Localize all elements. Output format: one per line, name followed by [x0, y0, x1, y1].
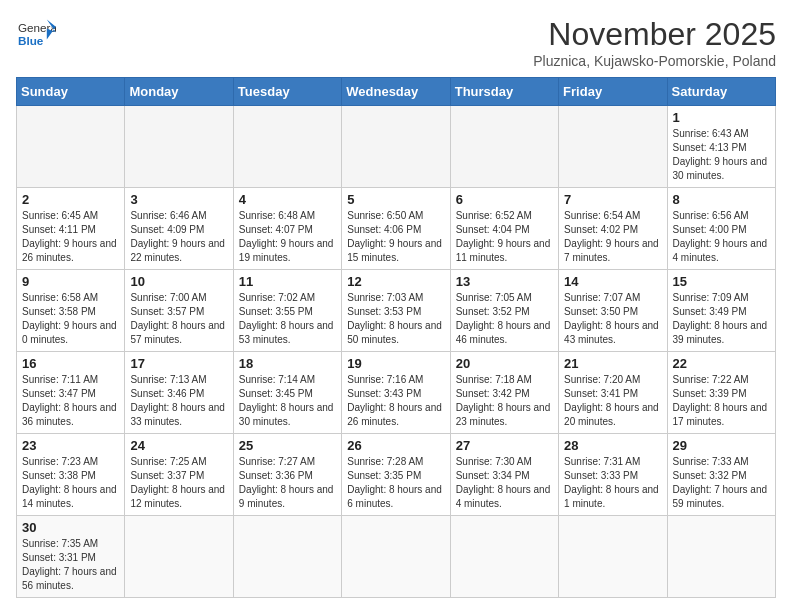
empty-cell	[125, 106, 233, 188]
header-tuesday: Tuesday	[233, 78, 341, 106]
day-14: 14 Sunrise: 7:07 AMSunset: 3:50 PMDaylig…	[559, 270, 667, 352]
day-1: 1 Sunrise: 6:43 AMSunset: 4:13 PMDayligh…	[667, 106, 775, 188]
day-2: 2 Sunrise: 6:45 AMSunset: 4:11 PMDayligh…	[17, 188, 125, 270]
day-27: 27 Sunrise: 7:30 AMSunset: 3:34 PMDaylig…	[450, 434, 558, 516]
day-16: 16 Sunrise: 7:11 AMSunset: 3:47 PMDaylig…	[17, 352, 125, 434]
calendar-row-3: 9 Sunrise: 6:58 AMSunset: 3:58 PMDayligh…	[17, 270, 776, 352]
calendar-row-4: 16 Sunrise: 7:11 AMSunset: 3:47 PMDaylig…	[17, 352, 776, 434]
day-4: 4 Sunrise: 6:48 AMSunset: 4:07 PMDayligh…	[233, 188, 341, 270]
title-area: November 2025 Pluznica, Kujawsko-Pomorsk…	[533, 16, 776, 69]
day-30: 30 Sunrise: 7:35 AMSunset: 3:31 PMDaylig…	[17, 516, 125, 598]
weekday-header-row: Sunday Monday Tuesday Wednesday Thursday…	[17, 78, 776, 106]
empty-cell	[559, 516, 667, 598]
day-20: 20 Sunrise: 7:18 AMSunset: 3:42 PMDaylig…	[450, 352, 558, 434]
day-19: 19 Sunrise: 7:16 AMSunset: 3:43 PMDaylig…	[342, 352, 450, 434]
empty-cell	[233, 516, 341, 598]
empty-cell	[450, 106, 558, 188]
day-12: 12 Sunrise: 7:03 AMSunset: 3:53 PMDaylig…	[342, 270, 450, 352]
empty-cell	[17, 106, 125, 188]
day-10: 10 Sunrise: 7:00 AMSunset: 3:57 PMDaylig…	[125, 270, 233, 352]
day-25: 25 Sunrise: 7:27 AMSunset: 3:36 PMDaylig…	[233, 434, 341, 516]
day-24: 24 Sunrise: 7:25 AMSunset: 3:37 PMDaylig…	[125, 434, 233, 516]
day-3: 3 Sunrise: 6:46 AMSunset: 4:09 PMDayligh…	[125, 188, 233, 270]
calendar-row-6: 30 Sunrise: 7:35 AMSunset: 3:31 PMDaylig…	[17, 516, 776, 598]
calendar-row-2: 2 Sunrise: 6:45 AMSunset: 4:11 PMDayligh…	[17, 188, 776, 270]
day-11: 11 Sunrise: 7:02 AMSunset: 3:55 PMDaylig…	[233, 270, 341, 352]
month-title: November 2025	[533, 16, 776, 53]
day-15: 15 Sunrise: 7:09 AMSunset: 3:49 PMDaylig…	[667, 270, 775, 352]
day-26: 26 Sunrise: 7:28 AMSunset: 3:35 PMDaylig…	[342, 434, 450, 516]
calendar-table: Sunday Monday Tuesday Wednesday Thursday…	[16, 77, 776, 598]
day-7: 7 Sunrise: 6:54 AMSunset: 4:02 PMDayligh…	[559, 188, 667, 270]
day-5: 5 Sunrise: 6:50 AMSunset: 4:06 PMDayligh…	[342, 188, 450, 270]
day-23: 23 Sunrise: 7:23 AMSunset: 3:38 PMDaylig…	[17, 434, 125, 516]
calendar-row-5: 23 Sunrise: 7:23 AMSunset: 3:38 PMDaylig…	[17, 434, 776, 516]
day-21: 21 Sunrise: 7:20 AMSunset: 3:41 PMDaylig…	[559, 352, 667, 434]
header-wednesday: Wednesday	[342, 78, 450, 106]
day-13: 13 Sunrise: 7:05 AMSunset: 3:52 PMDaylig…	[450, 270, 558, 352]
empty-cell	[342, 106, 450, 188]
calendar-row-1: 1 Sunrise: 6:43 AMSunset: 4:13 PMDayligh…	[17, 106, 776, 188]
day-6: 6 Sunrise: 6:52 AMSunset: 4:04 PMDayligh…	[450, 188, 558, 270]
header-sunday: Sunday	[17, 78, 125, 106]
svg-text:Blue: Blue	[18, 34, 44, 47]
header-saturday: Saturday	[667, 78, 775, 106]
empty-cell	[450, 516, 558, 598]
empty-cell	[667, 516, 775, 598]
day-9: 9 Sunrise: 6:58 AMSunset: 3:58 PMDayligh…	[17, 270, 125, 352]
header-monday: Monday	[125, 78, 233, 106]
location-subtitle: Pluznica, Kujawsko-Pomorskie, Poland	[533, 53, 776, 69]
empty-cell	[559, 106, 667, 188]
day-18: 18 Sunrise: 7:14 AMSunset: 3:45 PMDaylig…	[233, 352, 341, 434]
day-22: 22 Sunrise: 7:22 AMSunset: 3:39 PMDaylig…	[667, 352, 775, 434]
day-29: 29 Sunrise: 7:33 AMSunset: 3:32 PMDaylig…	[667, 434, 775, 516]
empty-cell	[125, 516, 233, 598]
day-8: 8 Sunrise: 6:56 AMSunset: 4:00 PMDayligh…	[667, 188, 775, 270]
empty-cell	[342, 516, 450, 598]
logo: General Blue	[16, 16, 56, 52]
header: General Blue November 2025 Pluznica, Kuj…	[16, 16, 776, 69]
day-28: 28 Sunrise: 7:31 AMSunset: 3:33 PMDaylig…	[559, 434, 667, 516]
header-friday: Friday	[559, 78, 667, 106]
header-thursday: Thursday	[450, 78, 558, 106]
empty-cell	[233, 106, 341, 188]
day-17: 17 Sunrise: 7:13 AMSunset: 3:46 PMDaylig…	[125, 352, 233, 434]
